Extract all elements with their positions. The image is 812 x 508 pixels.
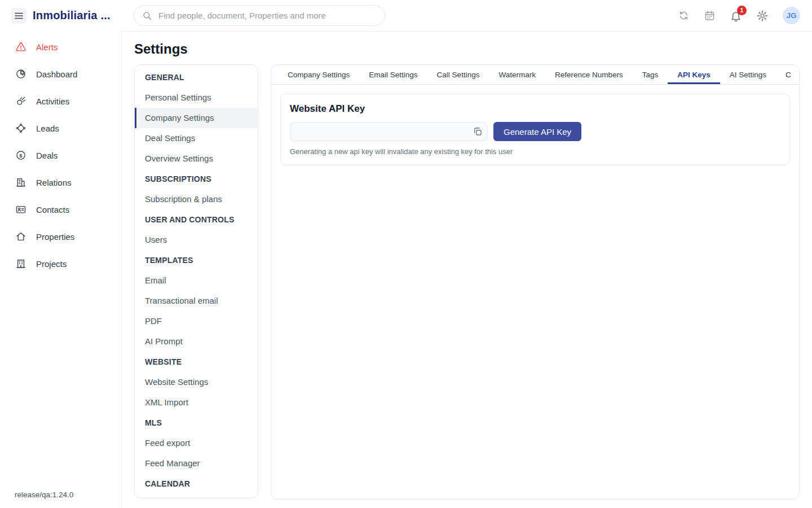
main-area: Settings GENERAL Personal Settings Compa… [122,31,812,508]
tab-email-settings[interactable]: Email Settings [359,65,427,84]
app-logo: Inmobiliaria ... [33,9,111,22]
sidebar-item-label: Projects [36,259,67,269]
page-title: Settings [134,40,800,58]
settings-item-subscription-plans[interactable]: Subscription & plans [135,189,258,209]
sidebar-item-properties[interactable]: Properties [0,223,121,250]
settings-group-subscriptions: SUBSCRIPTIONS [135,169,258,189]
settings-item-overview-settings[interactable]: Overview Settings [135,148,258,169]
top-header: Inmobiliaria ... [0,0,812,31]
settings-tabbar: Company Settings Email Settings Call Set… [271,65,799,85]
building-grid-icon [15,258,27,269]
sidebar-item-label: Activities [36,97,69,106]
sync-button[interactable] [678,10,690,21]
tab-api-keys[interactable]: API Keys [668,65,720,84]
app-body: Alerts Dashboard [0,31,812,508]
settings-nav-panel: GENERAL Personal Settings Company Settin… [134,64,258,498]
tab-truncated[interactable]: C [776,65,799,84]
settings-item-email[interactable]: Email [135,270,258,291]
sync-icon [678,10,690,21]
calendar-icon [704,10,716,21]
sidebar-item-alerts[interactable]: Alerts [0,33,121,60]
api-key-title: Website API Key [290,103,780,115]
sidebar-item-label: Alerts [36,42,58,52]
dashboard-icon [15,68,27,80]
alert-triangle-icon [15,41,27,52]
svg-text:$: $ [19,152,23,159]
sidebar-item-label: Dashboard [36,69,77,79]
search-input[interactable] [157,10,377,21]
settings-item-feed-export[interactable]: Feed export [135,433,258,453]
copy-api-key-button[interactable] [473,126,483,137]
dollar-circle-icon: $ [15,150,27,161]
settings-group-user-and-controls: USER AND CONTROLS [135,209,258,230]
copy-icon [473,126,483,137]
sidebar-item-dashboard[interactable]: Dashboard [0,60,121,87]
notifications-button[interactable]: 1 [730,10,742,22]
settings-item-company-settings[interactable]: Company Settings [135,108,258,128]
tab-reference-numbers[interactable]: Reference Numbers [545,65,633,84]
settings-item-users[interactable]: Users [135,230,258,250]
tab-company-settings[interactable]: Company Settings [278,65,359,84]
settings-button[interactable] [756,10,769,22]
sidebar-item-label: Leads [36,124,59,133]
sidebar-item-label: Contacts [36,205,69,214]
user-avatar[interactable]: JG [783,7,800,24]
hamburger-icon [15,12,23,19]
sidebar-item-contacts[interactable]: Contacts [0,196,121,223]
building-icon [15,177,27,188]
header-actions: 1 JG [678,7,812,24]
search-icon [142,11,152,21]
home-icon [15,231,27,242]
tab-tags[interactable]: Tags [633,65,668,84]
settings-group-calendar: CALENDAR [135,474,258,494]
release-version: release/qa:1.24.0 [15,491,73,499]
settings-item-xml-import[interactable]: XML Import [135,392,258,413]
leads-diamond-icon [15,122,27,134]
website-api-key-card: Website API Key [280,94,790,165]
sidebar-item-projects[interactable]: Projects [0,250,121,277]
sidebar-item-leads[interactable]: Leads [0,115,121,142]
main-sidebar: Alerts Dashboard [0,31,122,508]
brand-area: Inmobiliaria ... [0,8,122,24]
hamburger-menu-button[interactable] [11,8,27,24]
gear-icon [756,10,769,22]
sidebar-item-label: Properties [36,232,74,242]
settings-group-mls: MLS [135,413,258,433]
api-key-input[interactable] [290,122,488,141]
comet-icon [15,95,27,107]
settings-item-deal-settings[interactable]: Deal Settings [135,128,258,148]
tab-watermark[interactable]: Watermark [489,65,545,84]
sidebar-item-relations[interactable]: Relations [0,169,121,196]
settings-item-feed-manager[interactable]: Feed Manager [135,453,258,474]
sidebar-item-label: Relations [36,178,72,187]
tab-ai-settings[interactable]: AI Settings [720,65,776,84]
tab-call-settings[interactable]: Call Settings [427,65,489,84]
sidebar-item-deals[interactable]: $ Deals [0,142,121,169]
settings-group-templates: TEMPLATES [135,250,258,270]
settings-item-personal-settings[interactable]: Personal Settings [135,87,258,108]
settings-item-transactional-email[interactable]: Transactional email [135,291,258,311]
settings-content-panel: Company Settings Email Settings Call Set… [271,64,800,500]
settings-item-pdf[interactable]: PDF [135,311,258,331]
sidebar-item-label: Deals [36,151,58,160]
settings-item-ai-prompt[interactable]: AI Prompt [135,331,258,352]
contact-card-icon [15,204,27,215]
settings-group-general: GENERAL [135,67,258,87]
sidebar-item-activities[interactable]: Activities [0,87,121,115]
notification-badge: 1 [737,6,747,15]
settings-group-website: WEBSITE [135,352,258,372]
generate-api-key-button[interactable]: Generate API Key [493,122,581,141]
calendar-button[interactable] [704,10,716,21]
api-key-helper-text: Generating a new api key will invalidate… [290,147,780,156]
settings-item-website-settings[interactable]: Website Settings [135,372,258,392]
global-search[interactable] [134,5,385,26]
